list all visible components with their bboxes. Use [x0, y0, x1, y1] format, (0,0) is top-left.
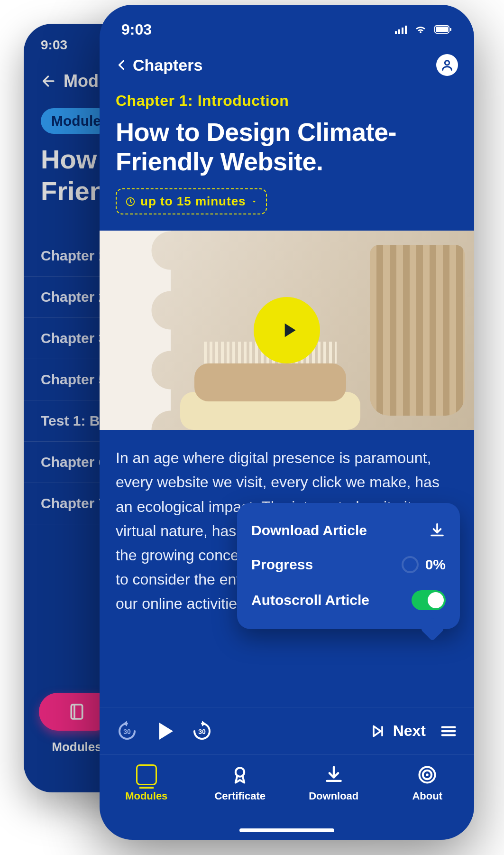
progress-label: Progress	[251, 557, 313, 573]
back-label: Chapters	[133, 56, 202, 74]
cellular-icon	[394, 25, 408, 34]
book-icon	[136, 764, 157, 785]
nav-modules-label: Modules	[125, 790, 167, 802]
download-icon	[323, 764, 344, 785]
statusbar-front: 9:03	[100, 5, 474, 43]
svg-point-12	[236, 768, 244, 776]
article-options-popover: Download Article Progress 0% Autoscroll …	[237, 503, 460, 629]
rewind-30-icon[interactable]: 30	[116, 720, 138, 743]
target-icon	[417, 764, 438, 785]
clock-icon	[125, 196, 136, 207]
nav-about-label: About	[412, 790, 442, 802]
forward-30-icon[interactable]: 30	[191, 720, 213, 743]
nav-certificate[interactable]: Certificate	[202, 764, 278, 802]
video-thumbnail[interactable]	[100, 231, 474, 430]
autoscroll-row: Autoscroll Article	[249, 582, 448, 619]
arrow-left-icon	[41, 73, 57, 89]
svg-rect-7	[450, 28, 451, 31]
clock-time: 9:03	[41, 37, 67, 53]
progress-ring-icon	[402, 556, 419, 573]
download-article-label: Download Article	[251, 522, 367, 539]
svg-point-8	[445, 61, 449, 65]
nav-about[interactable]: About	[389, 764, 465, 802]
next-label: Next	[393, 722, 426, 740]
thumbnail-decor	[194, 363, 346, 401]
home-indicator[interactable]	[239, 828, 334, 832]
svg-text:30: 30	[198, 728, 206, 735]
download-icon	[429, 522, 446, 539]
next-button[interactable]: Next	[369, 722, 426, 740]
back-button[interactable]: Chapters	[116, 56, 202, 74]
thumbnail-decor	[370, 245, 465, 416]
play-icon	[277, 318, 301, 342]
svg-text:30: 30	[123, 728, 131, 735]
book-icon	[67, 702, 86, 721]
wifi-icon	[413, 25, 428, 34]
audio-player-bar: 30 30 Next	[100, 707, 474, 754]
svg-rect-3	[71, 705, 82, 719]
page-title: How to Design Climate-Friendly Website.	[100, 110, 474, 176]
bottom-nav: Modules Certificate Download About	[100, 754, 474, 840]
svg-point-15	[426, 773, 429, 776]
status-icons	[394, 25, 452, 34]
progress-value: 0%	[425, 557, 446, 573]
duration-chip[interactable]: up to 15 minutes	[116, 188, 267, 214]
chapter-eyebrow: Chapter 1: Introduction	[100, 76, 474, 110]
profile-button[interactable]	[436, 54, 458, 76]
clock-time: 9:03	[121, 21, 152, 38]
foreground-phone: 9:03 Chapters Chapter 1: Introduction Ho…	[100, 5, 474, 840]
thumbnail-decor	[100, 231, 171, 430]
ribbon-icon	[229, 764, 250, 785]
duration-text: up to 15 minutes	[140, 194, 246, 209]
chevron-left-icon	[116, 56, 128, 74]
nav-modules[interactable]: Modules	[109, 764, 184, 802]
topbar: Chapters	[100, 43, 474, 76]
menu-icon[interactable]	[439, 722, 458, 741]
autoscroll-label: Autoscroll Article	[251, 592, 369, 608]
nav-download-label: Download	[309, 790, 358, 802]
download-article-row[interactable]: Download Article	[249, 513, 448, 548]
nav-certificate-label: Certificate	[214, 790, 266, 802]
skip-next-icon	[369, 723, 386, 740]
progress-row: Progress 0%	[249, 548, 448, 582]
autoscroll-toggle[interactable]	[412, 590, 446, 610]
battery-icon	[433, 25, 452, 34]
nav-download[interactable]: Download	[296, 764, 372, 802]
caret-down-icon	[251, 198, 257, 205]
svg-rect-6	[436, 27, 448, 32]
play-icon[interactable]	[152, 718, 177, 744]
play-video-button[interactable]	[254, 297, 320, 363]
person-icon	[440, 58, 454, 72]
